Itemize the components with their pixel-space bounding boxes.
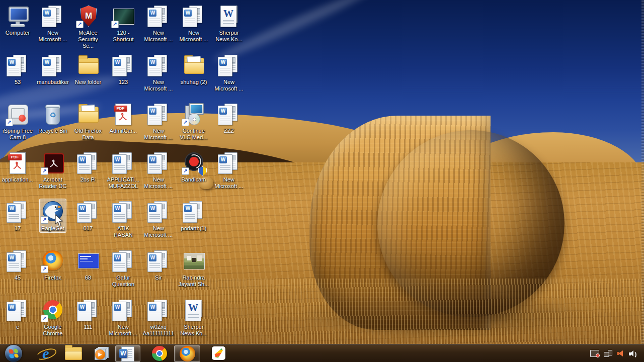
desktop-icon-68[interactable]: 68 xyxy=(70,248,106,282)
tray-volume-icon[interactable] xyxy=(629,350,637,357)
desktop-icon-application[interactable]: PDFapplication... xyxy=(0,150,35,184)
icon-inner: ↗Continue VLC Med... xyxy=(176,101,211,142)
desktop-icon-new-microsoft[interactable]: WNew Microsoft ... xyxy=(141,199,176,239)
desktop-icon-sherpur-news-ko[interactable]: WSherpur News Ko... xyxy=(211,3,247,44)
desktop-icon-eagleget[interactable]: ↗EagleGet xyxy=(35,199,70,233)
desktop-icon-acrobat-reader-dc[interactable]: ↗Acrobat Reader DC xyxy=(35,150,70,191)
taskbar: e▶W xyxy=(0,344,644,362)
word-doc-icon: W xyxy=(146,53,171,77)
firefox-button[interactable] xyxy=(174,345,200,362)
desktop-icon-2bs-pi[interactable]: W2bs Pi xyxy=(70,150,106,184)
word-doc-icon: W xyxy=(217,53,241,77)
windows-explorer-button[interactable] xyxy=(62,345,85,361)
pdf-doc-icon: PDF xyxy=(111,102,135,126)
word-doc-icon: W xyxy=(111,298,135,322)
icon-label: Google Chrome xyxy=(37,324,69,337)
microsoft-word-button[interactable]: W xyxy=(115,345,140,362)
icon-label: shuhag (2) xyxy=(181,79,207,85)
blue-image-icon xyxy=(76,249,100,273)
desktop-icon-mcafee-security-sc[interactable]: M↗McAfee Security Sc... xyxy=(70,3,106,50)
google-chrome-button[interactable] xyxy=(149,345,170,361)
desktop-icon-rabindra-jayanti-sh[interactable]: Rabindra Jayanti Sh... xyxy=(176,248,211,289)
word-doc-icon: W xyxy=(111,200,135,224)
recycle-bin-icon: ♻ xyxy=(41,102,65,126)
windows-media-player-icon: ▶ xyxy=(94,346,109,360)
desktop-icon-new-microsoft[interactable]: WNew Microsoft ... xyxy=(176,3,211,44)
icon-label: Bandicam xyxy=(182,176,206,183)
icon-label: c xyxy=(16,324,19,330)
desktop-icon-17[interactable]: W17 xyxy=(0,199,35,233)
desktop-icon-c[interactable]: Wc xyxy=(0,297,35,331)
desktop-icon-123[interactable]: W123 xyxy=(106,52,141,86)
desktop-icon-bandicam[interactable]: ↗Bandicam xyxy=(176,150,211,184)
desktop-icon-120-shortcut[interactable]: ↗120 - Shortcut xyxy=(106,3,141,44)
desktop-icon-new-microsoft[interactable]: WNew Microsoft ... xyxy=(141,150,176,191)
desktop-icon-old-firefox-data[interactable]: Old Firefox Data xyxy=(70,101,106,142)
icon-inner: W17 xyxy=(4,199,31,233)
desktop-icon-computer[interactable]: Computer xyxy=(0,3,35,37)
tray-network-icon[interactable] xyxy=(604,350,612,357)
icon-label: New Microsoft ... xyxy=(37,30,69,43)
desktop-icon-admitcar[interactable]: PDFAdmitCar... xyxy=(106,101,141,135)
desktop-icon-new-microsoft[interactable]: WNew Microsoft ... xyxy=(35,3,70,44)
desktop-icon-new-microsoft[interactable]: WNew Microsoft ... xyxy=(141,3,176,44)
tray-audio-manager-icon[interactable] xyxy=(617,350,624,356)
desktop-icon-recycle-bin[interactable]: ♻Recycle Bin xyxy=(35,101,70,135)
icon-label: New Microsoft ... xyxy=(142,30,175,43)
desktop-icon-new-microsoft[interactable]: WNew Microsoft ... xyxy=(141,101,176,142)
icon-label: podarth(1) xyxy=(181,225,207,232)
icon-label: Old Firefox Data xyxy=(72,128,104,141)
desktop-icon-new-microsoft[interactable]: WNew Microsoft ... xyxy=(211,52,247,93)
icon-label: AdmitCar... xyxy=(110,128,137,134)
desktop-icon-new-folder[interactable]: New folder xyxy=(70,52,106,86)
desktop-icon-new-microsoft[interactable]: WNew Microsoft ... xyxy=(211,150,247,191)
icon-label: Recycle Bin xyxy=(38,128,67,134)
word-doc-w-icon: W xyxy=(217,4,241,28)
icon-label: 2bs Pi xyxy=(80,176,96,183)
icon-inner: WNew Microsoft ... xyxy=(141,52,176,93)
windows-media-player-button[interactable]: ▶ xyxy=(91,345,112,361)
start-button[interactable] xyxy=(3,345,24,361)
desktop-icon-podarth-1[interactable]: Wpodarth(1) xyxy=(176,199,211,233)
desktop-icon-017[interactable]: W017 xyxy=(70,199,106,233)
desktop-icon-manubadiker[interactable]: Wmanubadiker xyxy=(35,52,70,86)
word-doc-icon: W xyxy=(6,53,30,77)
desktop-icon-sherpur-news-ko[interactable]: WSherpur News Ko... xyxy=(176,297,211,338)
icon-inner: ↗iSpring Free Cam 8 xyxy=(0,101,35,142)
desktop-icon-111[interactable]: W111 xyxy=(70,297,106,331)
word-doc-w-icon: W xyxy=(182,298,206,322)
icon-inner: ♻Recycle Bin xyxy=(37,101,69,135)
desktop-icon-w0zxq-aa111111111[interactable]: Ww0Zxq Aa111111111 xyxy=(141,297,176,338)
windows7-desktop: ComputerWNew Microsoft ...M↗McAfee Secur… xyxy=(0,0,644,362)
feather-app-button[interactable] xyxy=(208,345,228,361)
desktop-icon-continue-vlc-med[interactable]: ↗Continue VLC Med... xyxy=(176,101,211,142)
desktop-icon-atik-hasan[interactable]: WATIK HASAN xyxy=(106,199,141,239)
desktop-icon-zzz[interactable]: WZZZ xyxy=(211,101,247,135)
system-tray xyxy=(590,344,637,362)
icon-label: Computer xyxy=(6,30,30,36)
desktop-icon-new-microsoft[interactable]: WNew Microsoft ... xyxy=(141,52,176,93)
icon-label: APPLICATI... MUFAZZOL xyxy=(107,176,140,190)
desktop-icon-ispring-free-cam-8[interactable]: ↗iSpring Free Cam 8 xyxy=(0,101,35,142)
microsoft-word-icon: W xyxy=(121,346,134,361)
vlc-setup-icon: ↗ xyxy=(182,102,206,126)
word-doc-icon: W xyxy=(217,151,241,175)
desktop-icon-gafur-question[interactable]: WGafur Question xyxy=(106,248,141,289)
desktop-icon-45[interactable]: W45 xyxy=(0,248,35,282)
desktop-icon-sir[interactable]: WSir xyxy=(141,248,176,282)
bandicam-icon: ↗ xyxy=(182,151,206,175)
icon-label: 53 xyxy=(15,79,21,85)
desktop-icon-firefox[interactable]: ↗Firefox xyxy=(35,248,70,282)
desktop-icon-shuhag-2[interactable]: shuhag (2) xyxy=(176,52,211,86)
chrome-icon: ↗ xyxy=(41,298,65,322)
desktop-icon-google-chrome[interactable]: ↗Google Chrome xyxy=(35,297,70,338)
icon-label: Rabindra Jayanti Sh... xyxy=(178,275,210,288)
desktop-icon-grid: ComputerWNew Microsoft ...M↗McAfee Secur… xyxy=(0,0,644,344)
icon-label: New folder xyxy=(75,79,102,85)
internet-explorer-button[interactable]: e xyxy=(34,345,57,361)
desktop-icon-53[interactable]: W53 xyxy=(0,52,35,86)
word-doc-icon: W xyxy=(111,249,135,273)
desktop-icon-new-microsoft[interactable]: WNew Microsoft ... xyxy=(106,297,141,338)
desktop-icon-applicati-mufazzol[interactable]: WAPPLICATI... MUFAZZOL xyxy=(106,150,141,191)
tray-display-icon[interactable] xyxy=(590,350,599,357)
